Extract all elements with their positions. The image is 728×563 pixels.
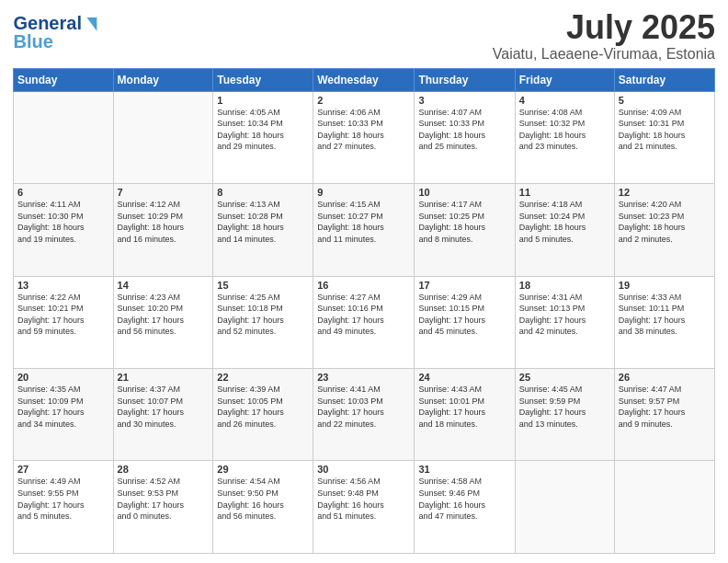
- svg-marker-2: [86, 17, 97, 31]
- calendar-cell: 24Sunrise: 4:43 AM Sunset: 10:01 PM Dayl…: [415, 369, 515, 461]
- day-number: 26: [619, 372, 711, 383]
- calendar-cell: 25Sunrise: 4:45 AM Sunset: 9:59 PM Dayli…: [515, 369, 614, 461]
- day-number: 30: [317, 464, 410, 475]
- calendar-header-row: Sunday Monday Tuesday Wednesday Thursday…: [14, 68, 715, 91]
- logo-svg: General Blue: [13, 9, 114, 55]
- calendar-week-row: 27Sunrise: 4:49 AM Sunset: 9:55 PM Dayli…: [14, 461, 715, 554]
- calendar-cell: 27Sunrise: 4:49 AM Sunset: 9:55 PM Dayli…: [14, 461, 114, 554]
- calendar-cell: 15Sunrise: 4:25 AM Sunset: 10:18 PM Dayl…: [213, 276, 313, 368]
- col-thursday: Thursday: [415, 68, 515, 91]
- day-number: 16: [317, 280, 410, 291]
- day-number: 28: [118, 464, 210, 475]
- calendar-cell: 12Sunrise: 4:20 AM Sunset: 10:23 PM Dayl…: [614, 184, 714, 276]
- calendar-week-row: 1Sunrise: 4:05 AM Sunset: 10:34 PM Dayli…: [14, 91, 715, 183]
- calendar-cell: 5Sunrise: 4:09 AM Sunset: 10:31 PM Dayli…: [614, 91, 714, 183]
- day-number: 9: [317, 187, 410, 198]
- day-info: Sunrise: 4:12 AM Sunset: 10:29 PM Daylig…: [118, 199, 210, 245]
- calendar-cell: 26Sunrise: 4:47 AM Sunset: 9:57 PM Dayli…: [614, 369, 714, 461]
- day-number: 19: [619, 280, 711, 291]
- day-number: 15: [217, 280, 309, 291]
- calendar-cell: 21Sunrise: 4:37 AM Sunset: 10:07 PM Dayl…: [113, 369, 213, 461]
- page: General Blue July 2025 Vaiatu, Laeaene-V…: [0, 0, 728, 563]
- day-number: 10: [418, 187, 510, 198]
- day-info: Sunrise: 4:47 AM Sunset: 9:57 PM Dayligh…: [619, 384, 711, 430]
- day-number: 11: [519, 187, 610, 198]
- logo: General Blue: [13, 9, 114, 55]
- day-info: Sunrise: 4:52 AM Sunset: 9:53 PM Dayligh…: [118, 476, 210, 522]
- calendar-week-row: 6Sunrise: 4:11 AM Sunset: 10:30 PM Dayli…: [14, 184, 715, 276]
- title-location: Vaiatu, Laeaene-Virumaa, Estonia: [493, 46, 715, 63]
- calendar-week-row: 20Sunrise: 4:35 AM Sunset: 10:09 PM Dayl…: [14, 369, 715, 461]
- day-number: 31: [418, 464, 510, 475]
- day-info: Sunrise: 4:06 AM Sunset: 10:33 PM Daylig…: [317, 107, 410, 153]
- calendar-cell: 16Sunrise: 4:27 AM Sunset: 10:16 PM Dayl…: [313, 276, 415, 368]
- day-number: 18: [519, 280, 610, 291]
- day-info: Sunrise: 4:17 AM Sunset: 10:25 PM Daylig…: [418, 199, 510, 245]
- col-saturday: Saturday: [614, 68, 714, 91]
- day-number: 6: [17, 187, 109, 198]
- day-info: Sunrise: 4:05 AM Sunset: 10:34 PM Daylig…: [217, 107, 309, 153]
- calendar-cell: 23Sunrise: 4:41 AM Sunset: 10:03 PM Dayl…: [313, 369, 415, 461]
- day-info: Sunrise: 4:11 AM Sunset: 10:30 PM Daylig…: [17, 199, 109, 245]
- col-tuesday: Tuesday: [213, 68, 313, 91]
- calendar-cell: 19Sunrise: 4:33 AM Sunset: 10:11 PM Dayl…: [614, 276, 714, 368]
- day-info: Sunrise: 4:29 AM Sunset: 10:15 PM Daylig…: [418, 292, 510, 338]
- col-wednesday: Wednesday: [313, 68, 415, 91]
- calendar-cell: [14, 91, 114, 183]
- title-block: July 2025 Vaiatu, Laeaene-Virumaa, Eston…: [493, 9, 715, 63]
- calendar-cell: 8Sunrise: 4:13 AM Sunset: 10:28 PM Dayli…: [213, 184, 313, 276]
- calendar-cell: [515, 461, 614, 554]
- day-info: Sunrise: 4:27 AM Sunset: 10:16 PM Daylig…: [317, 292, 410, 338]
- day-number: 4: [519, 95, 610, 106]
- day-number: 1: [217, 95, 309, 106]
- day-info: Sunrise: 4:49 AM Sunset: 9:55 PM Dayligh…: [17, 476, 109, 522]
- day-info: Sunrise: 4:25 AM Sunset: 10:18 PM Daylig…: [217, 292, 309, 338]
- day-info: Sunrise: 4:56 AM Sunset: 9:48 PM Dayligh…: [317, 476, 410, 522]
- calendar-cell: 18Sunrise: 4:31 AM Sunset: 10:13 PM Dayl…: [515, 276, 614, 368]
- day-number: 29: [217, 464, 309, 475]
- day-info: Sunrise: 4:33 AM Sunset: 10:11 PM Daylig…: [619, 292, 711, 338]
- day-number: 13: [17, 280, 109, 291]
- calendar-cell: 20Sunrise: 4:35 AM Sunset: 10:09 PM Dayl…: [14, 369, 114, 461]
- day-info: Sunrise: 4:45 AM Sunset: 9:59 PM Dayligh…: [519, 384, 610, 430]
- calendar-cell: 29Sunrise: 4:54 AM Sunset: 9:50 PM Dayli…: [213, 461, 313, 554]
- svg-text:General: General: [13, 13, 81, 33]
- calendar-cell: 9Sunrise: 4:15 AM Sunset: 10:27 PM Dayli…: [313, 184, 415, 276]
- day-info: Sunrise: 4:13 AM Sunset: 10:28 PM Daylig…: [217, 199, 309, 245]
- day-number: 17: [418, 280, 510, 291]
- day-info: Sunrise: 4:43 AM Sunset: 10:01 PM Daylig…: [418, 384, 510, 430]
- day-number: 27: [17, 464, 109, 475]
- calendar-cell: 22Sunrise: 4:39 AM Sunset: 10:05 PM Dayl…: [213, 369, 313, 461]
- day-number: 8: [217, 187, 309, 198]
- calendar-cell: 17Sunrise: 4:29 AM Sunset: 10:15 PM Dayl…: [415, 276, 515, 368]
- calendar-cell: 13Sunrise: 4:22 AM Sunset: 10:21 PM Dayl…: [14, 276, 114, 368]
- day-number: 20: [17, 372, 109, 383]
- day-number: 23: [317, 372, 410, 383]
- day-info: Sunrise: 4:58 AM Sunset: 9:46 PM Dayligh…: [418, 476, 510, 522]
- day-info: Sunrise: 4:41 AM Sunset: 10:03 PM Daylig…: [317, 384, 410, 430]
- calendar-cell: 14Sunrise: 4:23 AM Sunset: 10:20 PM Dayl…: [113, 276, 213, 368]
- calendar-cell: 1Sunrise: 4:05 AM Sunset: 10:34 PM Dayli…: [213, 91, 313, 183]
- day-info: Sunrise: 4:09 AM Sunset: 10:31 PM Daylig…: [619, 107, 711, 153]
- calendar-cell: 3Sunrise: 4:07 AM Sunset: 10:33 PM Dayli…: [415, 91, 515, 183]
- day-number: 14: [118, 280, 210, 291]
- day-info: Sunrise: 4:31 AM Sunset: 10:13 PM Daylig…: [519, 292, 610, 338]
- calendar-cell: 31Sunrise: 4:58 AM Sunset: 9:46 PM Dayli…: [415, 461, 515, 554]
- calendar-cell: 7Sunrise: 4:12 AM Sunset: 10:29 PM Dayli…: [113, 184, 213, 276]
- col-sunday: Sunday: [14, 68, 114, 91]
- calendar-table: Sunday Monday Tuesday Wednesday Thursday…: [13, 68, 715, 554]
- day-info: Sunrise: 4:37 AM Sunset: 10:07 PM Daylig…: [118, 384, 210, 430]
- col-friday: Friday: [515, 68, 614, 91]
- day-info: Sunrise: 4:08 AM Sunset: 10:32 PM Daylig…: [519, 107, 610, 153]
- day-number: 22: [217, 372, 309, 383]
- svg-text:Blue: Blue: [13, 31, 52, 52]
- header: General Blue July 2025 Vaiatu, Laeaene-V…: [13, 9, 715, 63]
- day-info: Sunrise: 4:39 AM Sunset: 10:05 PM Daylig…: [217, 384, 309, 430]
- day-info: Sunrise: 4:22 AM Sunset: 10:21 PM Daylig…: [17, 292, 109, 338]
- title-month: July 2025: [493, 9, 715, 46]
- day-info: Sunrise: 4:15 AM Sunset: 10:27 PM Daylig…: [317, 199, 410, 245]
- calendar-cell: 30Sunrise: 4:56 AM Sunset: 9:48 PM Dayli…: [313, 461, 415, 554]
- day-number: 5: [619, 95, 711, 106]
- day-number: 2: [317, 95, 410, 106]
- day-number: 7: [118, 187, 210, 198]
